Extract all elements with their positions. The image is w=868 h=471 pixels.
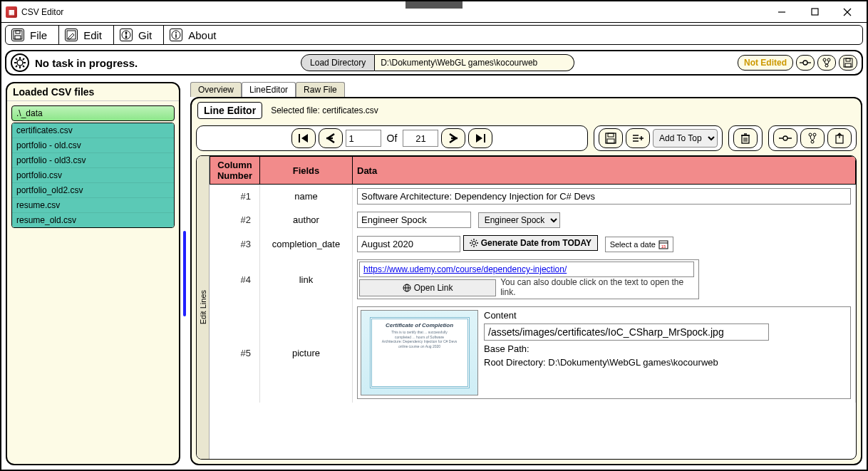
tab-raw-file[interactable]: Raw File — [296, 82, 345, 97]
commit-icon-button[interactable] — [796, 55, 815, 71]
table-row: #4 link — [210, 256, 856, 303]
gear-icon — [11, 53, 29, 72]
svg-rect-31 — [846, 58, 850, 61]
picture-path-input[interactable] — [484, 324, 769, 341]
branch-icon-button[interactable] — [817, 55, 836, 71]
menu-edit-label: Edit — [83, 29, 102, 41]
export-button[interactable] — [827, 128, 852, 148]
generate-date-button[interactable]: Generate Date from TODAY — [463, 235, 598, 251]
menu-edit[interactable]: Edit — [59, 26, 114, 44]
row-field: name — [260, 185, 353, 209]
git-toolbar — [768, 125, 857, 151]
file-item[interactable]: portfolio_old2.csv — [12, 183, 174, 198]
svg-point-24 — [803, 61, 807, 65]
save-disk-icon-button[interactable] — [839, 55, 857, 71]
titlebar: ▦ CSV Editor — [1, 1, 867, 23]
svg-rect-38 — [608, 133, 614, 137]
svg-text:15: 15 — [661, 244, 666, 249]
generate-date-label: Generate Date from TODAY — [481, 238, 591, 248]
commit-button[interactable] — [773, 128, 797, 148]
svg-point-28 — [827, 58, 830, 61]
next-record-button[interactable] — [441, 128, 465, 148]
file-item[interactable]: portfolio - old3.csv — [12, 153, 174, 168]
not-edited-badge: Not Edited — [738, 55, 793, 71]
task-status-text: No task in progress. — [35, 57, 138, 69]
last-record-button[interactable] — [468, 128, 492, 148]
svg-point-56 — [811, 140, 814, 143]
menu-about[interactable]: About — [164, 26, 227, 44]
git-icon — [120, 29, 133, 41]
name-input[interactable] — [357, 188, 851, 205]
edit-pencil-icon — [65, 29, 78, 41]
row-num: #4 — [210, 256, 260, 303]
directory-path-display: D:\Dokumenty\WebGL games\kocourweb — [375, 54, 574, 71]
selected-file-prefix: Selected file: — [271, 105, 320, 115]
svg-point-13 — [175, 32, 177, 33]
date-picker[interactable]: Select a date 15 — [605, 237, 673, 252]
row-num: #3 — [210, 232, 260, 256]
splitter-handle[interactable] — [183, 231, 186, 316]
svg-rect-32 — [845, 63, 851, 67]
menu-about-label: About — [188, 29, 216, 41]
file-item[interactable]: certificates.csv — [12, 123, 174, 138]
tab-overview[interactable]: Overview — [190, 82, 242, 97]
menu-git-label: Git — [138, 29, 152, 41]
menu-file-label: File — [30, 29, 47, 41]
selected-file-label: Selected file: certificates.csv — [271, 105, 378, 115]
link-input[interactable] — [359, 262, 694, 277]
add-position-select[interactable]: Add To Top — [653, 129, 718, 147]
author-input[interactable] — [357, 212, 471, 228]
file-item[interactable]: resume.csv — [12, 198, 174, 213]
file-item[interactable]: portfolio - old.csv — [12, 138, 174, 153]
file-item[interactable]: portfolio.csv — [12, 168, 174, 183]
open-link-label: Open Link — [414, 283, 453, 293]
record-number-input[interactable] — [346, 130, 381, 147]
editor-title: Line Editor — [197, 102, 262, 119]
file-item[interactable]: resume_old.csv — [12, 213, 174, 227]
svg-point-27 — [823, 58, 826, 61]
side-tab-edit-lines[interactable]: Edit Lines — [197, 156, 210, 459]
svg-rect-1 — [812, 9, 818, 15]
window-minimize-button[interactable] — [765, 2, 798, 22]
row-field: picture — [260, 303, 353, 403]
table-row: #5 picture Certificate of Completion Thi… — [210, 303, 856, 403]
window-maximize-button[interactable] — [798, 2, 831, 22]
content-label: Content — [484, 310, 847, 321]
svg-point-15 — [17, 60, 23, 66]
cert-preview-title: Certificate of Completion — [386, 322, 453, 328]
add-row-button[interactable] — [626, 128, 650, 148]
calendar-icon: 15 — [658, 239, 668, 249]
svg-point-54 — [809, 133, 812, 136]
save-button[interactable] — [599, 128, 623, 148]
link-hint: You can also double click on the text to… — [500, 277, 697, 297]
svg-rect-39 — [607, 139, 614, 143]
tab-line-editor[interactable]: LineEditor — [242, 82, 296, 97]
of-label: Of — [384, 133, 401, 144]
table-row: #1 name — [210, 185, 856, 209]
first-record-button[interactable] — [291, 128, 316, 148]
row-num: #1 — [210, 185, 260, 209]
open-link-button[interactable]: Open Link — [359, 279, 496, 296]
svg-line-23 — [23, 58, 24, 60]
branch-button[interactable] — [800, 128, 825, 148]
menu-file[interactable]: File — [6, 26, 59, 44]
header-data: Data — [353, 157, 856, 185]
svg-line-64 — [476, 245, 477, 246]
titlebar-decoration — [405, 1, 463, 9]
load-directory-button[interactable]: Load Directory — [301, 54, 375, 71]
folder-row[interactable]: .\_data — [11, 105, 175, 121]
svg-line-65 — [471, 245, 472, 246]
completion-date-input[interactable] — [357, 236, 460, 252]
row-num: #5 — [210, 303, 260, 403]
row-field: link — [260, 256, 353, 303]
prev-record-button[interactable] — [319, 128, 343, 148]
delete-button[interactable] — [733, 128, 758, 148]
data-grid: Column Number Fields Data #1 name — [210, 156, 856, 459]
window-close-button[interactable] — [831, 2, 864, 22]
svg-line-21 — [23, 66, 24, 67]
author-select[interactable]: Engineer Spock — [478, 212, 560, 228]
app-icon: ▦ — [6, 6, 17, 18]
globe-icon — [403, 284, 411, 292]
svg-line-63 — [471, 240, 472, 241]
menu-git[interactable]: Git — [114, 26, 164, 44]
